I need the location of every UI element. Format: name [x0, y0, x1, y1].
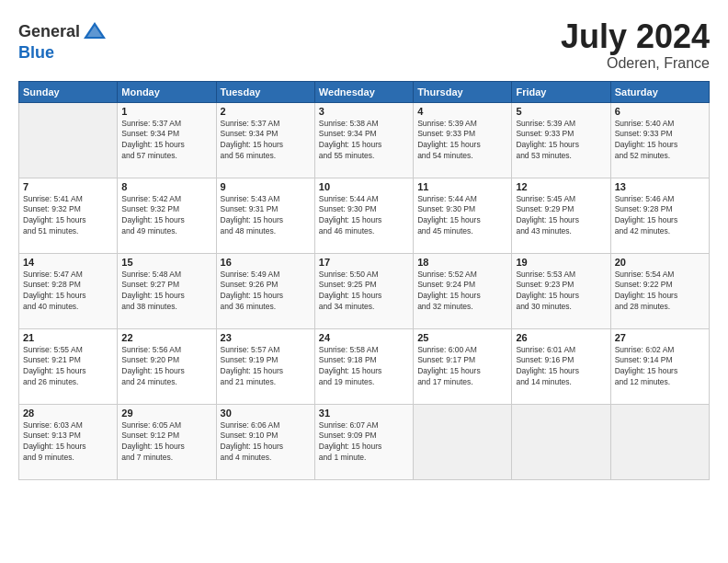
day-info: Sunrise: 5:49 AM Sunset: 9:26 PM Dayligh… [221, 270, 311, 314]
day-number: 18 [417, 257, 507, 268]
calendar-cell: 12Sunrise: 5:45 AM Sunset: 9:29 PM Dayli… [512, 178, 610, 253]
day-info: Sunrise: 6:02 AM Sunset: 9:14 PM Dayligh… [615, 345, 705, 389]
day-number: 14 [23, 257, 113, 268]
calendar-cell [610, 404, 709, 479]
col-header-wednesday: Wednesday [314, 81, 413, 102]
day-info: Sunrise: 5:46 AM Sunset: 9:28 PM Dayligh… [615, 194, 705, 238]
calendar-cell: 2Sunrise: 5:37 AM Sunset: 9:34 PM Daylig… [216, 102, 314, 178]
col-header-friday: Friday [512, 81, 610, 102]
week-row-3: 14Sunrise: 5:47 AM Sunset: 9:28 PM Dayli… [19, 253, 710, 328]
day-info: Sunrise: 5:58 AM Sunset: 9:18 PM Dayligh… [319, 345, 409, 389]
day-number: 26 [516, 332, 606, 343]
col-header-monday: Monday [118, 81, 216, 102]
day-info: Sunrise: 5:53 AM Sunset: 9:23 PM Dayligh… [516, 270, 606, 314]
col-header-thursday: Thursday [414, 81, 512, 102]
day-number: 8 [121, 181, 211, 192]
day-info: Sunrise: 5:44 AM Sunset: 9:30 PM Dayligh… [417, 194, 507, 238]
day-info: Sunrise: 5:40 AM Sunset: 9:33 PM Dayligh… [615, 119, 705, 163]
col-header-tuesday: Tuesday [216, 81, 314, 102]
day-info: Sunrise: 5:37 AM Sunset: 9:34 PM Dayligh… [121, 119, 211, 163]
calendar-cell: 27Sunrise: 6:02 AM Sunset: 9:14 PM Dayli… [610, 328, 709, 404]
day-number: 23 [221, 332, 311, 343]
calendar-cell: 7Sunrise: 5:41 AM Sunset: 9:32 PM Daylig… [19, 178, 118, 253]
calendar-cell: 18Sunrise: 5:52 AM Sunset: 9:24 PM Dayli… [414, 253, 512, 328]
calendar-cell: 17Sunrise: 5:50 AM Sunset: 9:25 PM Dayli… [314, 253, 413, 328]
calendar-table: SundayMondayTuesdayWednesdayThursdayFrid… [18, 81, 710, 480]
day-info: Sunrise: 5:56 AM Sunset: 9:20 PM Dayligh… [121, 345, 211, 389]
calendar-cell: 28Sunrise: 6:03 AM Sunset: 9:13 PM Dayli… [19, 404, 118, 479]
day-info: Sunrise: 6:05 AM Sunset: 9:12 PM Dayligh… [121, 420, 211, 465]
day-number: 1 [121, 106, 211, 117]
calendar-cell: 31Sunrise: 6:07 AM Sunset: 9:09 PM Dayli… [314, 404, 413, 479]
day-info: Sunrise: 5:45 AM Sunset: 9:29 PM Dayligh… [516, 194, 606, 238]
calendar-cell: 25Sunrise: 6:00 AM Sunset: 9:17 PM Dayli… [414, 328, 512, 404]
calendar-cell: 6Sunrise: 5:40 AM Sunset: 9:33 PM Daylig… [610, 102, 709, 178]
day-number: 19 [516, 257, 606, 268]
week-row-2: 7Sunrise: 5:41 AM Sunset: 9:32 PM Daylig… [19, 178, 710, 253]
logo-blue-text: Blue [18, 44, 108, 61]
calendar-cell: 30Sunrise: 6:06 AM Sunset: 9:10 PM Dayli… [216, 404, 314, 479]
col-header-saturday: Saturday [610, 81, 709, 102]
logo-icon [82, 18, 108, 44]
calendar-cell: 24Sunrise: 5:58 AM Sunset: 9:18 PM Dayli… [314, 328, 413, 404]
day-info: Sunrise: 5:39 AM Sunset: 9:33 PM Dayligh… [516, 119, 606, 163]
day-info: Sunrise: 5:42 AM Sunset: 9:32 PM Dayligh… [121, 194, 211, 238]
day-number: 2 [221, 106, 311, 117]
day-number: 29 [121, 408, 211, 419]
day-number: 30 [221, 408, 311, 419]
calendar-cell: 20Sunrise: 5:54 AM Sunset: 9:22 PM Dayli… [610, 253, 709, 328]
day-info: Sunrise: 6:07 AM Sunset: 9:09 PM Dayligh… [319, 420, 409, 465]
calendar-cell: 26Sunrise: 6:01 AM Sunset: 9:16 PM Dayli… [512, 328, 610, 404]
logo-general-text: General [18, 23, 80, 40]
day-info: Sunrise: 5:50 AM Sunset: 9:25 PM Dayligh… [319, 270, 409, 314]
day-number: 5 [516, 106, 606, 117]
day-number: 12 [516, 181, 606, 192]
day-number: 31 [319, 408, 409, 419]
calendar-cell: 9Sunrise: 5:43 AM Sunset: 9:31 PM Daylig… [216, 178, 314, 253]
day-number: 6 [615, 106, 705, 117]
week-row-4: 21Sunrise: 5:55 AM Sunset: 9:21 PM Dayli… [19, 328, 710, 404]
day-number: 20 [615, 257, 705, 268]
calendar-cell: 16Sunrise: 5:49 AM Sunset: 9:26 PM Dayli… [216, 253, 314, 328]
day-info: Sunrise: 6:06 AM Sunset: 9:10 PM Dayligh… [221, 420, 311, 465]
day-info: Sunrise: 6:03 AM Sunset: 9:13 PM Dayligh… [23, 420, 113, 465]
day-number: 11 [417, 181, 507, 192]
day-number: 17 [319, 257, 409, 268]
day-number: 22 [121, 332, 211, 343]
day-number: 9 [221, 181, 311, 192]
day-info: Sunrise: 5:47 AM Sunset: 9:28 PM Dayligh… [23, 270, 113, 314]
calendar-cell: 13Sunrise: 5:46 AM Sunset: 9:28 PM Dayli… [610, 178, 709, 253]
day-number: 28 [23, 408, 113, 419]
day-info: Sunrise: 5:37 AM Sunset: 9:34 PM Dayligh… [221, 119, 311, 163]
logo: General Blue [18, 18, 108, 61]
day-number: 4 [417, 106, 507, 117]
week-row-1: 1Sunrise: 5:37 AM Sunset: 9:34 PM Daylig… [19, 102, 710, 178]
day-number: 15 [121, 257, 211, 268]
day-number: 24 [319, 332, 409, 343]
day-number: 21 [23, 332, 113, 343]
day-info: Sunrise: 5:55 AM Sunset: 9:21 PM Dayligh… [23, 345, 113, 389]
week-row-5: 28Sunrise: 6:03 AM Sunset: 9:13 PM Dayli… [19, 404, 710, 479]
calendar-cell: 11Sunrise: 5:44 AM Sunset: 9:30 PM Dayli… [414, 178, 512, 253]
calendar-cell: 29Sunrise: 6:05 AM Sunset: 9:12 PM Dayli… [118, 404, 216, 479]
col-header-sunday: Sunday [19, 81, 118, 102]
title-block: July 2024 Oderen, France [561, 18, 710, 72]
calendar-cell: 22Sunrise: 5:56 AM Sunset: 9:20 PM Dayli… [118, 328, 216, 404]
calendar-cell: 10Sunrise: 5:44 AM Sunset: 9:30 PM Dayli… [314, 178, 413, 253]
day-info: Sunrise: 5:43 AM Sunset: 9:31 PM Dayligh… [221, 194, 311, 238]
calendar-cell [19, 102, 118, 178]
day-number: 16 [221, 257, 311, 268]
day-info: Sunrise: 5:57 AM Sunset: 9:19 PM Dayligh… [221, 345, 311, 389]
day-info: Sunrise: 5:44 AM Sunset: 9:30 PM Dayligh… [319, 194, 409, 238]
day-number: 25 [417, 332, 507, 343]
page: General Blue July 2024 Oderen, France Su… [0, 0, 728, 563]
header: General Blue July 2024 Oderen, France [18, 18, 710, 72]
calendar-cell [512, 404, 610, 479]
day-info: Sunrise: 5:38 AM Sunset: 9:34 PM Dayligh… [319, 119, 409, 163]
day-number: 7 [23, 181, 113, 192]
day-info: Sunrise: 5:52 AM Sunset: 9:24 PM Dayligh… [417, 270, 507, 314]
day-number: 27 [615, 332, 705, 343]
day-number: 3 [319, 106, 409, 117]
month-year: July 2024 [561, 18, 710, 55]
calendar-cell: 3Sunrise: 5:38 AM Sunset: 9:34 PM Daylig… [314, 102, 413, 178]
